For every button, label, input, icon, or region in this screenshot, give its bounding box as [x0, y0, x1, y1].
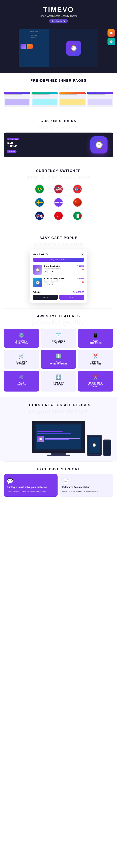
- flag-brazil: 🇧🇷: [32, 184, 47, 194]
- china-flag: 🇨🇳: [73, 198, 82, 207]
- cart-item-1-qty: − 1 +: [44, 270, 75, 273]
- currency-switcher-section: CURRENCY SWITCHER buy & get exclusive 🇧🇷…: [0, 163, 117, 230]
- experts-title: Our Experts will solve your problems: [7, 486, 55, 489]
- cart-item-2: ⌚ Bluetooth Calling Watch Select / M / M…: [33, 276, 84, 289]
- custom-sliders-title: CUSTOM SLIDERS: [4, 119, 113, 123]
- sweden-flag: 🇸🇪: [35, 198, 44, 207]
- wishlist-label: AJAXWISHLIST: [17, 382, 26, 386]
- inner-page-4: [87, 92, 113, 107]
- qty-decrease-1[interactable]: −: [44, 270, 48, 273]
- filters-label: AJAXPRODUCT FILTERS: [50, 361, 67, 365]
- cart-item-2-name: Bluetooth Calling Watch: [44, 278, 75, 280]
- cart-close-button[interactable]: ×: [80, 252, 84, 256]
- newsletter-label: NEWSLETTERPOP-UP: [52, 340, 65, 344]
- customize-label: EASY TOCUSTOMIZE: [90, 361, 101, 365]
- ajax-cart-watermark: globalshopping: [4, 241, 113, 248]
- flag-usa: 🇺🇸: [51, 184, 66, 194]
- devices-section: LOOKS GREAT ON ALL DEVICES responsive de…: [0, 397, 117, 461]
- currency-switcher-title: CURRENCY SWITCHER: [4, 169, 113, 173]
- tablet-screen: ⌚: [87, 436, 101, 454]
- experts-icon: 💬: [7, 478, 55, 484]
- flags-grid: 🇧🇷 🇺🇸 🇳🇴 🇸🇪 WEGLOT 🇨🇳 🇬🇧 🇹🇷 🇮🇹: [32, 184, 85, 220]
- watch-display: ⌚: [66, 40, 81, 56]
- turkey-flag: 🇹🇷: [54, 211, 63, 220]
- support-title: EXCLUSIVE SUPPORT: [4, 467, 113, 471]
- feature-cart: 🛒 AJAX CARTDRAWER: [4, 350, 39, 369]
- cart-icon: 🛒: [18, 353, 24, 359]
- screen-text: TECH AT HANDSmart WatchCollectionShop No…: [21, 31, 47, 42]
- feature-customize: ✂️ EASY TOCUSTOMIZE: [78, 350, 113, 369]
- italy-flag: 🇮🇹: [73, 211, 82, 220]
- inner-page-3: [59, 92, 86, 107]
- slider-watch: ⌚: [90, 136, 108, 154]
- shopify-label: shopify 2.0: [55, 20, 65, 22]
- hero-mockup: TECH AT HANDSmart WatchCollectionShop No…: [4, 27, 113, 69]
- mobile-device: [103, 439, 111, 456]
- devices-mockup: ⌚ ⌚: [4, 417, 113, 456]
- experts-desc: Contact experts and solve our problems i…: [7, 490, 55, 493]
- subtotal-price: Rs 4,500.00: [73, 291, 84, 293]
- docs-title: Extensive Documentation: [62, 486, 110, 489]
- feature-currency: ⬇️ CURRENCYSWITCHER: [41, 371, 76, 392]
- cart-congrats: Congratulations! You have: [33, 258, 84, 262]
- custom-sliders-section: CUSTOM SLIDERS drag & slide TECH AT HAND…: [0, 113, 117, 163]
- currency-switcher-watermark: buy & get exclusive: [4, 174, 113, 181]
- flag-sweden: 🇸🇪: [32, 198, 47, 207]
- wishlist-icon: 🛒: [18, 374, 24, 380]
- feature-admin: ⚙️ POWERFULADMIN PANEL: [4, 329, 39, 348]
- hero-subtitle: Smart Watch Store Shopify Theme: [4, 14, 113, 17]
- slider-button[interactable]: Shop Now: [7, 150, 16, 153]
- slider-right: ⌚: [87, 136, 110, 154]
- admin-label: POWERFULADMIN PANEL: [15, 340, 28, 344]
- slider-mockup: TECH AT HAND TECHAT HAND Shop Now ⌚: [4, 132, 113, 157]
- shopify-icon: 🛍: [51, 20, 54, 23]
- inner-page-1: [4, 92, 30, 107]
- cart-item-1-price: ₹ 180.00: [77, 265, 84, 267]
- view-cart-button[interactable]: View Cart: [33, 295, 58, 300]
- shopify-badge: 🛍 shopify 2.0: [49, 19, 68, 24]
- cart-item-2-qty: − 1 +: [44, 282, 75, 286]
- docs-desc: Learn how to use Adventa from our User G…: [62, 490, 110, 493]
- cart-item-2-variant: Select / M / Medium / Today: [44, 280, 75, 282]
- feature-newsletter: ✉️ NEWSLETTERPOP-UP: [41, 329, 76, 348]
- desktop-stand: [51, 453, 66, 455]
- hero-screen: TECH AT HANDSmart WatchCollectionShop No…: [18, 29, 99, 67]
- cart-popup: Your Cart (2) × Congratulations! You hav…: [30, 249, 87, 303]
- flag-weglot: WEGLOT: [51, 198, 66, 207]
- side-watches: ⌚ ⌚: [108, 29, 115, 45]
- features-section: AWESOME FEATURES powerful quality ⚙️ POW…: [0, 309, 117, 397]
- mobile-screen: [104, 440, 111, 455]
- slider-left: TECH AT HAND TECHAT HAND Shop Now: [7, 137, 85, 153]
- cart-item-2-delete[interactable]: 🗑: [82, 281, 84, 284]
- qty-decrease-2[interactable]: −: [44, 282, 48, 286]
- inner-pages-watermark: inner pages: [4, 84, 113, 90]
- features-watermark: powerful quality: [4, 319, 113, 326]
- qty-increase-1[interactable]: +: [51, 270, 54, 273]
- inner-pages-title: PRE-DEFINED INNER PAGES: [4, 79, 113, 83]
- qty-increase-2[interactable]: +: [51, 282, 54, 286]
- cart-item-1-delete[interactable]: 🗑: [82, 268, 84, 271]
- support-docs-card: 📄 Extensive Documentation Learn how to u…: [60, 474, 113, 497]
- screen-right: ⌚: [49, 29, 99, 67]
- features-grid: ⚙️ POWERFULADMIN PANEL ✉️ NEWSLETTERPOP-…: [4, 329, 113, 392]
- cart-item-1-variant: Select / M / Medium / Today: [44, 268, 75, 269]
- desktop-device: ⌚: [32, 421, 85, 453]
- cart-popup-header: Your Cart (2) ×: [33, 252, 84, 256]
- weglot-badge: WEGLOT: [54, 198, 63, 207]
- flag-norway: 🇳🇴: [70, 184, 85, 194]
- checkout-button[interactable]: Checkout: [59, 295, 84, 300]
- cart-actions: View Cart Checkout: [33, 295, 84, 300]
- flag-turkey: 🇹🇷: [51, 211, 66, 220]
- feature-wishlist: 🛒 AJAXWISHLIST: [4, 371, 39, 392]
- currency-icon: ⬇️: [56, 374, 61, 380]
- zoom-icon: ✂️: [93, 374, 99, 380]
- inner-page-2: [32, 92, 58, 107]
- inner-pages-grid: [4, 92, 113, 107]
- subtotal-label: Subtotal: [33, 291, 40, 293]
- flag-italy: 🇮🇹: [70, 211, 85, 220]
- admin-icon: ⚙️: [18, 333, 24, 338]
- currency-label: CURRENCYSWITCHER: [53, 382, 64, 386]
- slider-title: TECHAT HAND: [7, 142, 85, 147]
- feature-filters: ⬇️ AJAXPRODUCT FILTERS: [41, 350, 76, 369]
- brazil-flag: 🇧🇷: [35, 184, 44, 194]
